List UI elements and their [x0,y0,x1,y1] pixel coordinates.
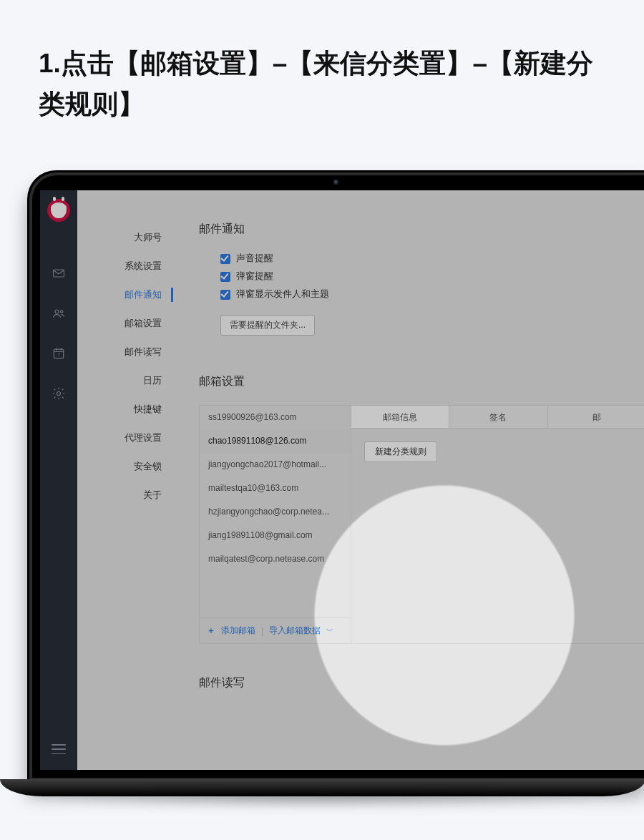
svg-text:7: 7 [57,353,59,357]
new-rule-button[interactable]: 新建分类规则 [364,441,437,462]
laptop-mockup: 7 大师号 系统设置 邮件通知 邮箱设置 邮件读写 日历 快捷键 代理设置 安全… [27,170,644,783]
laptop-base [0,779,644,796]
section-title-notify: 邮件通知 [199,222,644,237]
section-title-mailbox: 邮箱设置 [199,374,644,389]
checkbox-label: 弹窗显示发件人和主题 [236,288,329,301]
svg-point-2 [61,311,63,313]
menu-icon[interactable] [52,744,66,754]
tab-info[interactable]: 邮箱信息 [351,406,449,428]
settings-icon[interactable] [51,386,67,401]
email-row[interactable]: mailtestqa10@163.com [200,477,351,500]
nav-item-lock[interactable]: 安全锁 [77,452,173,481]
email-row[interactable]: jiang19891108@gmail.com [200,524,351,547]
content-pane: 邮件通知 声音提醒 弹窗提醒 弹窗显示发件人和主题 需要提醒的文件夹... 邮箱… [173,190,644,770]
nav-item-system[interactable]: 系统设置 [77,252,173,280]
nav-item-proxy[interactable]: 代理设置 [77,424,173,452]
section-title-readwrite: 邮件读写 [199,675,644,690]
tab-more[interactable]: 邮 [548,406,644,428]
camera-dot [333,180,339,185]
nav-item-calendar[interactable]: 日历 [77,366,173,395]
nav-item-master[interactable]: 大师号 [77,223,173,252]
nav-item-readwrite[interactable]: 邮件读写 [77,338,173,366]
email-list-footer: ＋ 添加邮箱 | 导入邮箱数据 ﹀ [200,617,351,643]
check-icon [220,272,230,282]
plus-icon: ＋ [207,625,215,637]
page-title: 1.点击【邮箱设置】–【来信分类置】–【新建分类规则】 [0,0,644,154]
settings-nav: 大师号 系统设置 邮件通知 邮箱设置 邮件读写 日历 快捷键 代理设置 安全锁 … [77,190,173,770]
checkbox-popup[interactable]: 弹窗提醒 [220,270,644,283]
left-rail: 7 [40,190,77,770]
email-row[interactable]: ss19900926@163.com [200,406,351,429]
mailbox-panel: ss19900926@163.com chao19891108@126.com … [199,405,644,644]
calendar-icon[interactable]: 7 [51,346,67,361]
svg-rect-0 [54,270,64,277]
mail-icon[interactable] [51,265,67,281]
email-list: ss19900926@163.com chao19891108@126.com … [200,406,351,643]
checkbox-show-sender[interactable]: 弹窗显示发件人和主题 [220,288,644,301]
email-row[interactable]: chao19891108@126.com [200,429,351,453]
chevron-down-icon: ﹀ [326,626,333,636]
mailbox-detail: 邮箱信息 签名 邮 新建分类规则 [351,406,644,643]
import-data-link[interactable]: 导入邮箱数据 [269,625,321,637]
svg-point-1 [55,310,59,313]
check-icon [220,290,230,300]
nav-item-about[interactable]: 关于 [77,481,173,509]
nav-item-shortcut[interactable]: 快捷键 [77,395,173,424]
email-row[interactable]: hzjiangyongchao@corp.netea... [200,500,351,524]
app-screen: 7 大师号 系统设置 邮件通知 邮箱设置 邮件读写 日历 快捷键 代理设置 安全… [40,190,644,770]
folders-button[interactable]: 需要提醒的文件夹... [220,315,315,336]
nav-item-notify[interactable]: 邮件通知 [77,280,173,309]
email-row[interactable]: jiangyongchao2017@hotmail... [200,453,351,477]
add-mailbox-link[interactable]: 添加邮箱 [221,625,255,637]
check-icon [220,254,230,264]
checkbox-label: 弹窗提醒 [236,270,273,283]
svg-point-5 [57,392,61,396]
nav-item-mailbox[interactable]: 邮箱设置 [77,309,173,338]
contacts-icon[interactable] [51,306,67,321]
checkbox-label: 声音提醒 [236,253,273,265]
tab-signature[interactable]: 签名 [449,406,547,428]
tab-bar: 邮箱信息 签名 邮 [351,406,644,429]
checkbox-sound[interactable]: 声音提醒 [220,253,644,265]
email-row[interactable]: mailqatest@corp.netease.com [200,547,351,571]
avatar[interactable] [47,199,70,222]
